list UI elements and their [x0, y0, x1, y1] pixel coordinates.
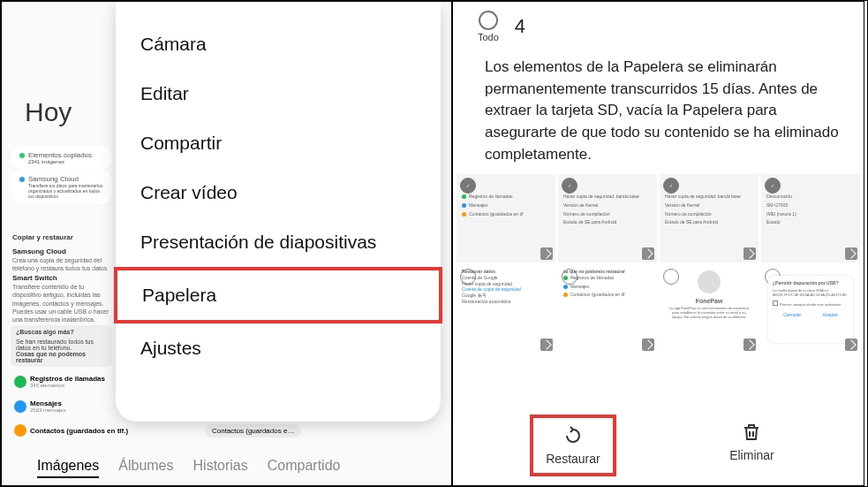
- delete-label: Eliminar: [729, 448, 774, 462]
- bg-row-title: Mensajes: [30, 399, 66, 407]
- thumb-line: Versión de Kernel: [563, 202, 598, 209]
- restore-icon: [562, 425, 584, 446]
- expand-icon[interactable]: [845, 247, 857, 260]
- bg-list-row: Registros de llamadas 345 elementos: [14, 375, 105, 388]
- expand-icon[interactable]: [743, 339, 756, 351]
- thumb-8[interactable]: ¿Permitir depuración por USB? La huella …: [761, 265, 860, 354]
- bg-item: Smart Switch Transfiere contenido de tu …: [12, 274, 114, 323]
- thumb-btn-accept: Aceptar: [823, 312, 838, 317]
- trash-icon: [741, 422, 762, 443]
- tab-albums[interactable]: Álbumes: [118, 458, 173, 478]
- page-title: Hoy: [25, 97, 72, 127]
- menu-edit[interactable]: Editar: [116, 69, 441, 118]
- bg-card-title: Elementos copiados: [28, 151, 92, 159]
- thumb-btn-cancel: Cancelar: [783, 312, 801, 317]
- expand-icon[interactable]: [743, 247, 756, 260]
- thumb-line: Número de compilación: [563, 211, 610, 217]
- thumb-7[interactable]: FonePaw La app FonePaw es una herramient…: [660, 265, 759, 354]
- thumb-line: Número de compilación: [665, 211, 712, 217]
- thumb-line: Contactos (guardados en tlf: [469, 211, 523, 217]
- thumb-line: La app FonePaw es una herramienta de asi…: [665, 306, 753, 320]
- bg-card-sub: 2341 imágenes: [28, 159, 103, 164]
- restore-button[interactable]: Restaurar: [530, 415, 615, 476]
- thumb-5[interactable]: Restaurar datos Cuenta de Google Hacer c…: [457, 265, 555, 354]
- thumb-line: Estado de SE para Android: [563, 219, 616, 225]
- menu-camera[interactable]: Cámara: [116, 19, 441, 69]
- expand-icon[interactable]: [540, 247, 553, 260]
- bg-item-sub: Crea una copia de seguridad del teléfono…: [12, 257, 107, 271]
- menu-share[interactable]: Compartir: [116, 118, 441, 168]
- trash-notice: Los elementos de la Papelera se eliminar…: [485, 57, 839, 165]
- thumb-line: Contactos (guardados en tlf: [570, 292, 624, 298]
- thumbnail-grid: ✓ Registros de llamadas Mensajes Contact…: [453, 174, 864, 354]
- thumb-line: ¿Permitir depuración por USB?: [773, 280, 849, 285]
- delete-button[interactable]: Eliminar: [717, 415, 787, 476]
- bg-card-title: Samsung Cloud: [28, 175, 79, 183]
- thumb-line: La huella digital de tu clave RSA es: 6B…: [773, 288, 849, 297]
- tab-stories[interactable]: Historias: [193, 458, 248, 478]
- menu-settings[interactable]: Ajustes: [116, 323, 441, 373]
- thumb-line: Google 账号: [462, 293, 550, 299]
- expand-icon[interactable]: [642, 247, 654, 260]
- options-menu: Cámara Editar Compartir Crear vídeo Pres…: [116, 2, 441, 422]
- bg-item: Samsung Cloud Crea una copia de segurida…: [12, 247, 114, 273]
- right-screenshot: Todo 4 Los elementos de la Papelera se e…: [452, 1, 864, 486]
- bg-list-row: Contactos (guardados en tlf.): [14, 424, 128, 437]
- thumb-line: Cuenta de copia de seguridad: [462, 286, 550, 293]
- thumb-line: Registros de llamadas: [570, 275, 614, 281]
- thumb-line: FonePaw: [665, 297, 753, 305]
- thumb-line: Hacer copia de seguridad: banda base: [665, 194, 741, 200]
- bg-list-row: Mensajes 2563 mensajes: [14, 399, 66, 413]
- bg-item-title: Smart Switch: [12, 274, 114, 283]
- select-all-radio[interactable]: [479, 11, 498, 30]
- thumb-line: Hacer copia de seguridad: [462, 281, 550, 287]
- thumb-line: Hacer copia de seguridad: banda base: [563, 194, 639, 200]
- left-screenshot: Hoy Elementos copiados 2341 imágenes Sam…: [1, 1, 452, 486]
- select-all-label: Todo: [478, 32, 499, 42]
- thumb-4[interactable]: ✓ Desconocido SM-G7000 IMEI (ranura 1) E…: [761, 174, 860, 263]
- thumb-line: Restaurar datos: [462, 269, 550, 275]
- tab-shared[interactable]: Compartido: [268, 458, 341, 478]
- bg-row-sub: 2563 mensajes: [30, 407, 66, 413]
- thumb-2[interactable]: ✓ Hacer copia de seguridad: banda base V…: [558, 174, 657, 263]
- bg-section: Copiar y restaurar: [12, 233, 73, 241]
- menu-create-video[interactable]: Crear vídeo: [116, 168, 441, 217]
- bg-card-sub: Transfiere tus datos para mantenerlos or…: [28, 183, 103, 199]
- thumb-line: Restauración automática: [462, 299, 550, 305]
- thumb-6[interactable]: as que no podemos restaurar Registros de…: [558, 265, 657, 354]
- thumb-line: Mensajes: [469, 202, 487, 209]
- bg-card-cloud: Samsung Cloud Transfiere tus datos para …: [11, 170, 112, 204]
- action-bar: Restaurar Eliminar: [453, 406, 864, 482]
- bg-item-title: Samsung Cloud: [12, 247, 114, 256]
- thumb-line: Registros de llamadas: [469, 194, 512, 200]
- expand-icon[interactable]: [845, 339, 857, 351]
- bg-row-sub: 345 elementos: [30, 383, 105, 388]
- thumb-line: as que no podemos restaurar: [563, 269, 652, 275]
- selection-header: Todo 4: [478, 11, 846, 42]
- bg-chip: Contactos (guardados e…: [205, 424, 301, 438]
- bg-card-copied: Elementos copiados 2341 imágenes: [11, 146, 112, 170]
- expand-icon[interactable]: [642, 339, 654, 351]
- bg-item-sub: Transfiere contenido de tu dispositivo a…: [12, 284, 109, 322]
- tab-images[interactable]: Imágenes: [37, 458, 99, 478]
- thumb-line: Versión de Kernel: [665, 202, 699, 209]
- bg-prompt-q: ¿Buscas algo más?: [16, 329, 107, 335]
- thumb-line: Cuenta de Google: [462, 275, 550, 281]
- thumb-line: Mensajes: [570, 284, 589, 290]
- thumb-line: Estado de SE para Android: [665, 219, 718, 225]
- bg-prompt-line: Cosas que no podemos restaurar: [16, 351, 107, 363]
- menu-trash[interactable]: Papelera: [114, 267, 442, 323]
- bg-prompt-line: Se han restaurado todos tus datos en tu …: [16, 339, 107, 351]
- expand-icon[interactable]: [540, 339, 553, 351]
- selection-count: 4: [515, 15, 525, 38]
- thumb-1[interactable]: ✓ Registros de llamadas Mensajes Contact…: [457, 174, 555, 263]
- thumb-line: Permitir siempre desde este ordenador: [780, 302, 841, 307]
- thumb-3[interactable]: ✓ Hacer copia de seguridad: banda base V…: [660, 174, 759, 263]
- bg-row-title: Contactos (guardados en tlf.): [30, 427, 128, 435]
- bg-prompt: ¿Buscas algo más? Se han restaurado todo…: [11, 325, 112, 367]
- restore-label: Restaurar: [546, 452, 600, 466]
- menu-slideshow[interactable]: Presentación de diapositivas: [116, 217, 441, 267]
- bg-row-title: Registros de llamadas: [30, 375, 105, 383]
- bottom-tabs: Imágenes Álbumes Historias Compartido: [2, 458, 451, 478]
